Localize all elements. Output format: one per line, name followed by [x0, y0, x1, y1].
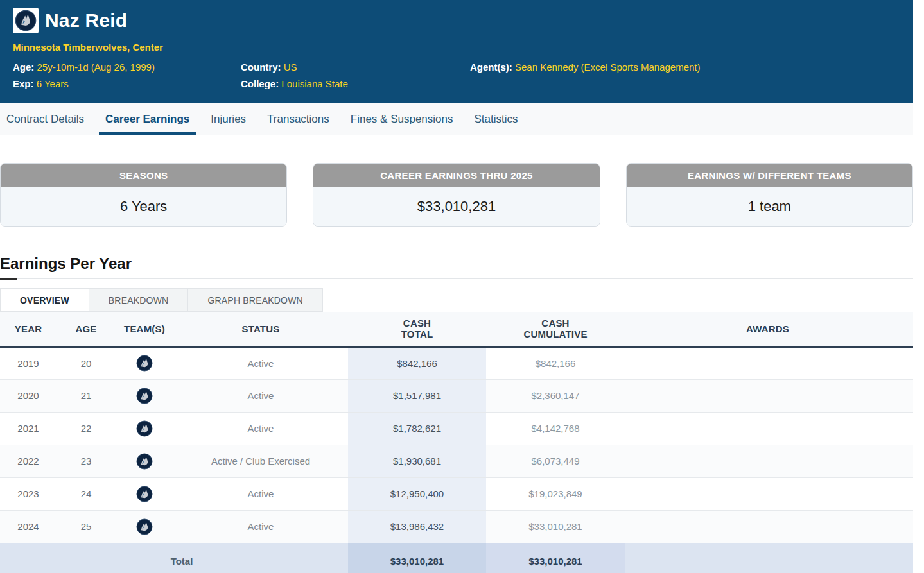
country-label: Country: — [241, 62, 281, 73]
teams-earnings-card: EARNINGS W/ DIFFERENT TEAMS 1 team — [626, 163, 913, 227]
tab-career-earnings[interactable]: Career Earnings — [99, 103, 196, 135]
cash-total-value: $13,986,432 — [348, 510, 486, 543]
col-awards: AWARDS — [625, 312, 913, 346]
table-row: 2020 21 Active $1,517,981 $2,360,147 — [0, 379, 913, 412]
minnesota-timberwolves-logo-icon[interactable] — [136, 420, 153, 437]
cash-cumulative-value: $4,142,768 — [486, 412, 625, 445]
team-position: Minnesota Timberwolves, Center — [13, 42, 900, 53]
minnesota-timberwolves-logo-icon[interactable] — [136, 453, 153, 470]
awards-value — [625, 510, 913, 543]
cash-total-value: $842,166 — [348, 346, 486, 379]
col-cash-total: CASH TOTAL — [348, 312, 486, 346]
exp-value: 6 Years — [37, 78, 69, 89]
awards-value — [625, 379, 913, 412]
table-row: 2024 25 Active $13,986,432 $33,010,281 — [0, 510, 913, 543]
career-earnings-card: CAREER EARNINGS THRU 2025 $33,010,281 — [313, 163, 600, 227]
section-title: Earnings Per Year — [0, 255, 913, 273]
col-teams: TEAM(S) — [116, 312, 173, 346]
status-value: Active — [173, 510, 348, 543]
col-year: YEAR — [0, 312, 57, 346]
subtab-graph-breakdown[interactable]: GRAPH BREAKDOWN — [188, 289, 322, 311]
cash-cumulative-value: $33,010,281 — [486, 510, 625, 543]
tab-injuries[interactable]: Injuries — [204, 103, 252, 135]
cash-cumulative-value: $2,360,147 — [486, 379, 625, 412]
main-nav: Contract Details Career Earnings Injurie… — [0, 103, 913, 135]
player-header: Naz Reid Minnesota Timberwolves, Center … — [0, 0, 913, 103]
awards-value — [625, 445, 913, 477]
earnings-section-header: Earnings Per Year — [0, 255, 913, 279]
player-info: Age: 25y-10m-1d (Aug 26, 1999) Exp: 6 Ye… — [13, 62, 900, 95]
cash-cumulative-value: $19,023,849 — [486, 477, 625, 510]
tab-statistics[interactable]: Statistics — [467, 103, 524, 135]
exp-label: Exp: — [13, 78, 34, 89]
minnesota-timberwolves-logo-icon[interactable] — [136, 355, 153, 372]
cash-total-value: $12,950,400 — [348, 477, 486, 510]
page-title: Naz Reid — [45, 10, 127, 31]
awards-value — [625, 412, 913, 445]
seasons-card-title: SEASONS — [1, 164, 286, 187]
agents-label: Agent(s): — [470, 62, 512, 73]
table-row: 2022 23 Active / Club Exercised $1,930,6… — [0, 445, 913, 477]
team-logo-box — [13, 8, 39, 33]
table-row: 2021 22 Active $1,782,621 $4,142,768 — [0, 412, 913, 445]
career-earnings-card-title: CAREER EARNINGS THRU 2025 — [313, 164, 599, 187]
year-value: 2021 — [0, 412, 57, 445]
awards-value — [625, 346, 913, 379]
total-cumulative-value: $33,010,281 — [486, 543, 625, 573]
age-value: 25y-10m-1d (Aug 26, 1999) — [37, 62, 155, 73]
col-age: AGE — [57, 312, 116, 346]
status-value: Active — [173, 412, 348, 445]
cash-total-value: $1,930,681 — [348, 445, 486, 477]
status-value: Active — [173, 477, 348, 510]
subtab-overview[interactable]: OVERVIEW — [1, 289, 89, 311]
agents-value[interactable]: Sean Kennedy (Excel Sports Management) — [515, 62, 701, 73]
tab-fines-suspensions[interactable]: Fines & Suspensions — [344, 103, 460, 135]
college-value: Louisiana State — [281, 78, 347, 89]
col-cash-cumulative: CASH CUMULATIVE — [486, 312, 625, 346]
college-label: College: — [241, 78, 279, 89]
minnesota-timberwolves-logo-icon[interactable] — [136, 518, 153, 535]
status-value: Active — [173, 346, 348, 379]
minnesota-timberwolves-logo-icon[interactable] — [136, 388, 153, 404]
country-value: US — [284, 62, 297, 73]
year-value: 2019 — [0, 346, 57, 379]
teams-earnings-card-value: 1 team — [627, 187, 912, 226]
status-value: Active / Club Exercised — [173, 445, 348, 477]
subtab-breakdown[interactable]: BREAKDOWN — [89, 289, 189, 311]
age-label: Age: — [13, 62, 34, 73]
summary-cards: SEASONS 6 Years CAREER EARNINGS THRU 202… — [0, 163, 913, 227]
total-label: Total — [0, 543, 348, 573]
tab-transactions[interactable]: Transactions — [261, 103, 336, 135]
year-value: 2023 — [0, 477, 57, 510]
awards-value — [625, 477, 913, 510]
table-header-row: YEAR AGE TEAM(S) STATUS CASH TOTAL CASH … — [0, 312, 913, 346]
col-status: STATUS — [173, 312, 348, 346]
seasons-card-value: 6 Years — [1, 187, 286, 226]
tab-contract-details[interactable]: Contract Details — [0, 103, 91, 135]
cash-cumulative-value: $842,166 — [486, 346, 625, 379]
table-row: 2023 24 Active $12,950,400 $19,023,849 — [0, 477, 913, 510]
career-earnings-card-value: $33,010,281 — [313, 187, 599, 226]
year-value: 2024 — [0, 510, 57, 543]
teams-earnings-card-title: EARNINGS W/ DIFFERENT TEAMS — [627, 164, 912, 187]
year-value: 2020 — [0, 379, 57, 412]
minnesota-timberwolves-logo-icon[interactable] — [136, 486, 153, 502]
minnesota-timberwolves-logo-icon — [15, 10, 37, 31]
cash-total-value: $1,517,981 — [348, 379, 486, 412]
earnings-sub-tabs: OVERVIEW BREAKDOWN GRAPH BREAKDOWN — [0, 288, 323, 312]
seasons-card: SEASONS 6 Years — [0, 163, 287, 227]
table-row: 2019 20 Active $842,166 $842,166 — [0, 346, 913, 379]
cash-cumulative-value: $6,073,449 — [486, 445, 625, 477]
year-value: 2022 — [0, 445, 57, 477]
status-value: Active — [173, 379, 348, 412]
cash-total-value: $1,782,621 — [348, 412, 486, 445]
earnings-table: YEAR AGE TEAM(S) STATUS CASH TOTAL CASH … — [0, 312, 913, 573]
total-cash-value: $33,010,281 — [348, 543, 486, 573]
table-total-row: Total $33,010,281 $33,010,281 — [0, 543, 913, 573]
